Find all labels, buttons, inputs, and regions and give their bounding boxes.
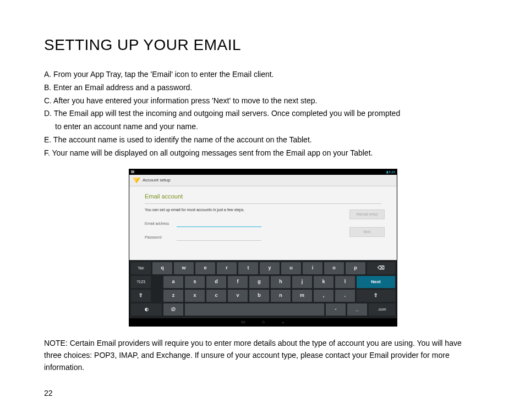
key-backspace[interactable]: ⌫ [367,262,395,274]
key-shift-right[interactable]: ⇧ [357,290,395,302]
key-at[interactable]: @ [163,303,183,316]
key-w[interactable]: w [174,262,194,274]
key-tab[interactable]: Tab [131,262,151,274]
key-b[interactable]: b [249,290,269,302]
onscreen-keyboard: Tab q w e r t y u i o p ⌫ ?123 a s d f [129,260,397,318]
key-v[interactable]: v [228,290,248,302]
key-g[interactable]: g [249,276,269,288]
step-a: A. From your App Tray, tap the 'Email' i… [44,69,481,81]
tablet-screenshot: ▮ 8:20 Account setup Email account You c… [129,169,396,327]
key-r[interactable]: r [217,262,237,274]
key-c[interactable]: c [206,290,226,302]
password-label: Password [145,235,171,241]
email-setup-form: Email account You can set up email for m… [129,186,397,260]
password-input[interactable] [177,233,261,241]
key-period[interactable]: . [335,290,355,302]
step-b: B. Enter an Email address and a password… [44,82,481,94]
step-d-line1: D. The Email app will test the incoming … [44,108,481,120]
key-dotcom[interactable]: .com [369,303,395,316]
key-o[interactable]: o [324,262,344,274]
key-p[interactable]: p [346,262,365,274]
key-n[interactable]: n [271,290,291,302]
android-status-bar: ▮ 8:20 [129,169,397,175]
key-d[interactable]: d [206,276,226,288]
key-q[interactable]: q [152,262,172,274]
note-text: NOTE: Certain Email providers will requi… [44,338,481,373]
mail-icon [133,178,140,183]
key-t[interactable]: t [238,262,258,274]
key-l[interactable]: l [335,276,355,288]
key-y[interactable]: y [260,262,280,274]
key-a[interactable]: a [163,276,183,288]
key-dash[interactable]: - [326,303,346,316]
key-j[interactable]: j [292,276,312,288]
instruction-steps: A. From your App Tray, tap the 'Email' i… [44,69,481,159]
key-i[interactable]: i [303,262,322,274]
step-c: C. After you have entered your informati… [44,95,481,107]
key-h[interactable]: h [271,276,291,288]
key-symbols[interactable]: ?123 [131,276,151,288]
notification-icon [131,170,134,173]
email-label: Email address [145,221,171,227]
app-header-title: Account setup [143,177,171,184]
key-s[interactable]: s [185,276,205,288]
key-e[interactable]: e [195,262,215,274]
key-next[interactable]: Next [357,276,395,288]
android-nav-bar: ▭ ⌂ ⌄ [129,318,397,326]
key-language[interactable]: ◐ [131,303,162,316]
email-input[interactable] [177,219,261,227]
step-e: E. The account name is used to identify … [44,134,481,146]
page-number: 22 [44,388,481,400]
nav-back-icon[interactable]: ⌄ [281,319,285,325]
form-description: You can set up email for most accounts i… [145,207,381,213]
manual-setup-button[interactable]: Manual setup [349,209,385,219]
step-d-line2: to enter an account name and your name. [44,121,481,133]
key-comma[interactable]: , [314,290,333,302]
nav-home-icon[interactable]: ⌂ [262,319,265,325]
key-k[interactable]: k [314,276,333,288]
app-header: Account setup [129,175,397,186]
next-button[interactable]: Next [349,227,385,237]
key-f[interactable]: f [228,276,248,288]
key-u[interactable]: u [281,262,301,274]
key-z[interactable]: z [163,290,183,302]
key-x[interactable]: x [185,290,205,302]
status-time: 8:20 [389,170,395,174]
page-title: SETTING UP YOUR EMAIL [44,33,481,57]
nav-recent-icon[interactable]: ▭ [241,319,245,325]
form-title: Email account [145,192,381,204]
key-m[interactable]: m [292,290,312,302]
step-f: F. Your name will be displayed on all ou… [44,147,481,159]
key-shift-left[interactable]: ⇧ [131,290,151,302]
key-space[interactable] [185,303,324,316]
key-underscore[interactable]: _ [347,303,367,316]
